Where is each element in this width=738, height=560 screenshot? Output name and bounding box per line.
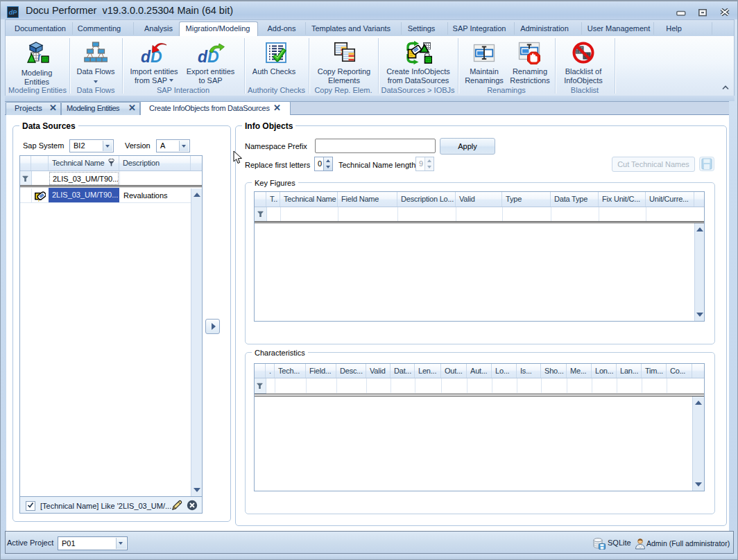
svg-text:d: d bbox=[141, 48, 151, 64]
svg-text:d: d bbox=[198, 48, 208, 64]
svg-text:dP: dP bbox=[9, 9, 17, 16]
svg-text:f: f bbox=[38, 52, 42, 60]
